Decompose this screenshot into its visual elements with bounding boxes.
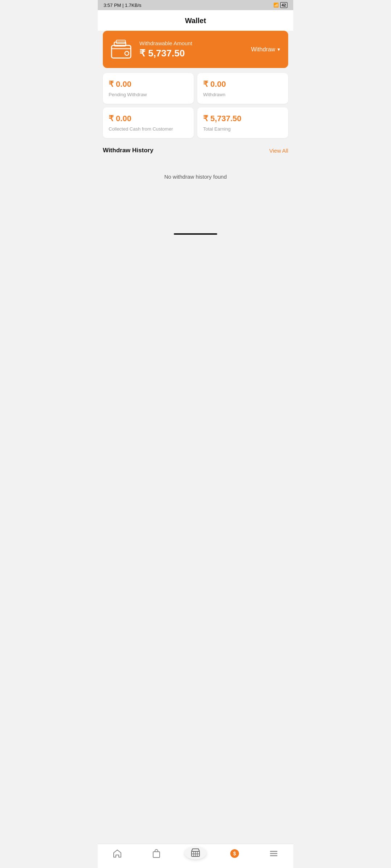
stat-card-total-earning: ₹ 5,737.50 Total Earning bbox=[197, 107, 288, 138]
home-indicator bbox=[174, 233, 217, 235]
stat-card-pending-withdraw: ₹ 0.00 Pending Withdraw bbox=[103, 73, 194, 104]
wallet-info: Withdrawable Amount ₹ 5,737.50 bbox=[139, 40, 192, 59]
withdrawn-label: Withdrawn bbox=[203, 92, 225, 97]
collected-cash-label: Collected Cash from Customer bbox=[109, 126, 173, 132]
page-title: Wallet bbox=[185, 17, 206, 25]
empty-history-message: No withdraw history found bbox=[103, 159, 288, 194]
wallet-icon bbox=[110, 39, 134, 59]
stat-card-collected-cash: ₹ 0.00 Collected Cash from Customer bbox=[103, 107, 194, 138]
wallet-card-left: Withdrawable Amount ₹ 5,737.50 bbox=[110, 39, 192, 59]
pending-withdraw-label: Pending Withdraw bbox=[109, 92, 147, 97]
page-header: Wallet bbox=[98, 10, 293, 31]
main-content: Withdrawable Amount ₹ 5,737.50 Withdraw … bbox=[98, 31, 293, 230]
wallet-card: Withdrawable Amount ₹ 5,737.50 Withdraw … bbox=[103, 31, 288, 68]
total-earning-amount: ₹ 5,737.50 bbox=[203, 114, 241, 123]
withdraw-history-header: Withdraw History View All bbox=[103, 145, 288, 159]
view-all-button[interactable]: View All bbox=[269, 148, 288, 154]
stats-grid: ₹ 0.00 Pending Withdraw ₹ 0.00 Withdrawn… bbox=[103, 73, 288, 138]
withdrawn-amount: ₹ 0.00 bbox=[203, 80, 226, 89]
wallet-amount: ₹ 5,737.50 bbox=[139, 48, 192, 59]
withdraw-button[interactable]: Withdraw ▼ bbox=[251, 46, 281, 53]
battery-icon: 42 bbox=[280, 2, 287, 8]
withdraw-chevron-icon: ▼ bbox=[277, 47, 281, 52]
wallet-label: Withdrawable Amount bbox=[139, 40, 192, 46]
stat-card-withdrawn: ₹ 0.00 Withdrawn bbox=[197, 73, 288, 104]
signal-icon: 📶 bbox=[273, 3, 279, 8]
status-bar: 3:57 PM | 1.7KB/s 📶 42 bbox=[98, 0, 293, 10]
withdraw-history-title: Withdraw History bbox=[103, 147, 154, 154]
total-earning-label: Total Earning bbox=[203, 126, 231, 132]
svg-point-3 bbox=[125, 51, 129, 55]
collected-cash-amount: ₹ 0.00 bbox=[109, 114, 131, 123]
status-time-network: 3:57 PM | 1.7KB/s bbox=[104, 3, 142, 8]
pending-withdraw-amount: ₹ 0.00 bbox=[109, 80, 131, 89]
status-indicators: 📶 42 bbox=[273, 2, 287, 8]
